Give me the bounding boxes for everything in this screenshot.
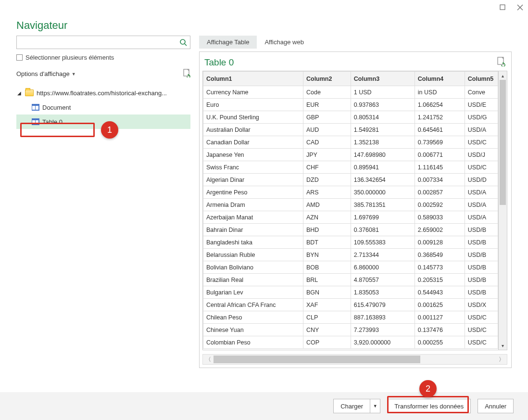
table-cell: 0.589033 [415, 211, 465, 224]
table-cell: 1.352138 [351, 136, 415, 149]
close-button[interactable] [516, 4, 523, 11]
table-row[interactable]: Swiss FrancCHF0.8959411.116145USD/C [203, 161, 498, 174]
table-row[interactable]: Bolivian BolivianoBOB6.8600000.145773USD… [203, 261, 498, 274]
table-cell: USD/C [465, 324, 498, 336]
table-cell: Currency Name [203, 86, 303, 99]
table-cell: 6.860000 [351, 261, 415, 274]
table-row[interactable]: Canadian DollarCAD1.3521380.739569USD/C [203, 136, 498, 149]
table-cell: USD/J [465, 149, 498, 161]
hscroll-thumb[interactable] [214, 356, 420, 363]
tab-table-view[interactable]: Affichage Table [199, 36, 257, 49]
table-cell: USD/C [465, 311, 498, 324]
maximize-button[interactable] [499, 4, 506, 11]
tree-root-label: https://www.floatrates.com/historical-ex… [37, 89, 167, 97]
table-cell: USD/B [465, 249, 498, 261]
horizontal-scrollbar[interactable]: 〈 〉 [202, 354, 507, 365]
scroll-up-icon[interactable]: ▴ [499, 71, 507, 80]
table-cell: 4.870557 [351, 274, 415, 286]
table-row[interactable]: Bangladeshi takaBDT109.5553830.009128USD… [203, 236, 498, 249]
table-cell: 0.368549 [415, 249, 465, 261]
table-row[interactable]: Argentine PesoARS350.0000000.002857USD/A [203, 186, 498, 199]
table-cell: Belarussian Ruble [203, 249, 303, 261]
scroll-left-icon[interactable]: 〈 [203, 356, 214, 364]
page-title: Navigateur [16, 19, 528, 32]
table-row[interactable]: Colombian PesoCOP3,920.0000000.000255USD… [203, 336, 498, 349]
table-cell: Brazilian Real [203, 274, 303, 286]
table-cell: 0.205315 [415, 274, 465, 286]
column-header[interactable]: Column3 [351, 72, 415, 86]
table-cell: in USD [415, 86, 465, 99]
vertical-scrollbar[interactable]: ▴ ▾ [499, 71, 507, 350]
table-cell: USD/A [465, 211, 498, 224]
table-row[interactable]: Currency NameCode1 USDin USDConve [203, 86, 498, 99]
search-icon[interactable] [176, 36, 190, 49]
table-cell: BHD [303, 224, 351, 236]
table-row[interactable]: EuroEUR0.9378631.066254USD/E [203, 99, 498, 111]
table-cell: AZN [303, 211, 351, 224]
table-cell: 2.659002 [415, 224, 465, 236]
table-row[interactable]: U.K. Pound SterlingGBP0.8053141.241752US… [203, 111, 498, 124]
table-cell: Code [303, 86, 351, 99]
table-cell: 1.697699 [351, 211, 415, 224]
transform-data-button[interactable]: Transformer les données [387, 399, 471, 413]
table-cell: 0.645461 [415, 124, 465, 136]
table-row[interactable]: Bahrain DinarBHD0.3760812.659002USD/B [203, 224, 498, 236]
search-input-wrap [16, 36, 190, 49]
table-cell: JPY [303, 149, 351, 161]
table-row[interactable]: Bulgarian LevBGN1.8350530.544943USD/B [203, 286, 498, 299]
table-cell: XAF [303, 299, 351, 311]
refresh-preview-icon[interactable] [497, 57, 505, 68]
table-row[interactable]: Algerian DinarDZD136.3426540.007334USD/D [203, 174, 498, 186]
table-cell: BOB [303, 261, 351, 274]
scroll-right-icon[interactable]: 〉 [496, 356, 507, 364]
table-cell: 887.163893 [351, 311, 415, 324]
table-cell: USD/B [465, 236, 498, 249]
scroll-down-icon[interactable]: ▾ [499, 341, 507, 350]
table-row[interactable]: Armenia DramAMD385.7813510.002592USD/A [203, 199, 498, 211]
column-header[interactable]: Column2 [303, 72, 351, 86]
data-grid[interactable]: Column1Column2Column3Column4Column5 Curr… [202, 71, 499, 350]
table-cell: Central African CFA Franc [203, 299, 303, 311]
table-cell: USD/B [465, 274, 498, 286]
cancel-button[interactable]: Annuler [478, 399, 514, 413]
table-cell: USD/G [465, 111, 498, 124]
table-cell: Euro [203, 99, 303, 111]
column-header[interactable]: Column4 [415, 72, 465, 86]
tree-item-document[interactable]: Document [16, 100, 190, 115]
table-row[interactable]: Belarussian RubleBYN2.7133440.368549USD/… [203, 249, 498, 261]
load-button[interactable]: Charger [333, 399, 370, 413]
table-cell: USD/E [465, 99, 498, 111]
table-row[interactable]: Brazilian RealBRL4.8705570.205315USD/B [203, 274, 498, 286]
table-cell: USD/C [465, 161, 498, 174]
table-cell: USD/X [465, 299, 498, 311]
column-header[interactable]: Column5 [465, 72, 498, 86]
table-cell: Bahrain Dinar [203, 224, 303, 236]
tab-web-view[interactable]: Affichage web [257, 36, 311, 49]
column-header[interactable]: Column1 [203, 72, 303, 86]
table-row[interactable]: Chinese YuanCNY7.2739930.137476USD/C [203, 324, 498, 336]
table-cell: 1 USD [351, 86, 415, 99]
scroll-thumb[interactable] [500, 80, 506, 205]
table-cell: USD/C [465, 336, 498, 349]
table-cell: Japanese Yen [203, 149, 303, 161]
table-cell: 0.009128 [415, 236, 465, 249]
table-cell: Bolivian Boliviano [203, 261, 303, 274]
table-cell: 7.273993 [351, 324, 415, 336]
table-row[interactable]: Chilean PesoCLP887.1638930.001127USD/C [203, 311, 498, 324]
load-dropdown-button[interactable]: ▼ [370, 399, 380, 413]
multiselect-checkbox[interactable]: Sélectionner plusieurs éléments [16, 54, 190, 61]
tree-root[interactable]: ◢ https://www.floatrates.com/historical-… [16, 86, 190, 100]
table-row[interactable]: Australian DollarAUD1.5492810.645461USD/… [203, 124, 498, 136]
table-cell: 350.000000 [351, 186, 415, 199]
table-row[interactable]: Japanese YenJPY147.6989800.006771USD/J [203, 149, 498, 161]
search-input[interactable] [17, 36, 176, 49]
svg-rect-0 [500, 5, 505, 10]
table-cell: USD/B [465, 286, 498, 299]
table-cell: 1.066254 [415, 99, 465, 111]
refresh-tree-icon[interactable] [183, 69, 190, 79]
table-cell: 109.555383 [351, 236, 415, 249]
table-row[interactable]: Central African CFA FrancXAF615.4790790.… [203, 299, 498, 311]
display-options-dropdown[interactable]: Options d'affichage ▼ [16, 70, 76, 77]
table-row[interactable]: Azerbaijan ManatAZN1.6976990.589033USD/A [203, 211, 498, 224]
table-cell: 385.781351 [351, 199, 415, 211]
